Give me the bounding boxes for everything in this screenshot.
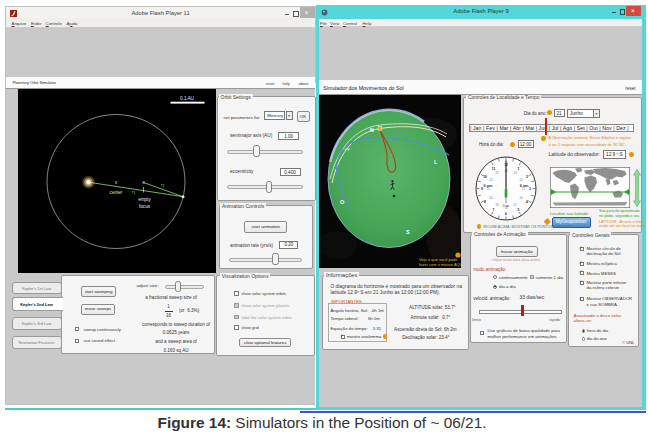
- svg-text:0.1 AU: 0.1 AU: [180, 96, 194, 101]
- svg-text:2: 2: [526, 175, 528, 179]
- svg-text:fazer com o mouse AQUI: fazer com o mouse AQUI: [419, 262, 461, 267]
- svg-text:8: 8: [484, 200, 486, 204]
- svg-text:5: 5: [518, 208, 520, 212]
- svg-text:S: S: [406, 229, 410, 235]
- svg-text:0 am: 0 am: [503, 204, 510, 208]
- svg-text:3: 3: [529, 187, 531, 191]
- svg-text:center: center: [110, 190, 123, 195]
- svg-text:6 am: 6 am: [520, 184, 529, 188]
- svg-text:O: O: [340, 199, 345, 205]
- svg-text:empty: empty: [138, 197, 151, 202]
- svg-text:6 pm: 6 pm: [484, 184, 493, 188]
- svg-text:focus: focus: [139, 204, 151, 209]
- svg-text:11: 11: [492, 167, 496, 171]
- svg-text:7: 7: [493, 208, 495, 212]
- svg-text:4: 4: [526, 200, 528, 204]
- svg-text:6: 6: [505, 212, 507, 216]
- svg-text:r2: r2: [161, 182, 164, 188]
- svg-text:Cap: Cap: [343, 147, 350, 151]
- svg-text:r1: r1: [132, 189, 135, 195]
- svg-text:1: 1: [518, 167, 520, 171]
- svg-text:N: N: [370, 127, 374, 133]
- svg-text:10: 10: [483, 175, 487, 179]
- svg-text:9: 9: [481, 187, 483, 191]
